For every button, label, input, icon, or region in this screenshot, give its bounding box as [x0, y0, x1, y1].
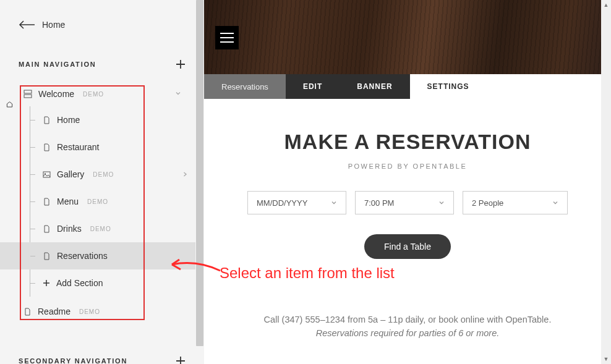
- tab-reservations[interactable]: Reservations: [204, 74, 286, 99]
- time-value: 7:00 PM: [364, 198, 394, 208]
- sidebar-item-label: Gallery: [57, 169, 84, 179]
- reservation-heading: MAKE A RESERVATION: [229, 130, 586, 154]
- sidebar-scroll-thumb[interactable]: [196, 0, 203, 346]
- annotation-text: Select an item from the list: [220, 265, 395, 282]
- page-icon: [43, 225, 51, 233]
- sidebar-item-readme[interactable]: Readme DEMO: [19, 297, 186, 324]
- demo-tag: DEMO: [90, 226, 111, 232]
- home-icon: [6, 99, 13, 110]
- secondary-nav-header: SECONDARY NAVIGATION: [19, 356, 186, 364]
- party-size-value: 2 People: [472, 198, 503, 208]
- sidebar-item-label: Menu: [57, 197, 79, 206]
- scroll-up-button[interactable]: ▲: [601, 0, 611, 10]
- page-icon: [24, 308, 32, 316]
- svg-rect-2: [43, 172, 50, 177]
- sidebar-item-label: Reservations: [57, 251, 108, 261]
- reservation-form-row: MM/DD/YYYY 7:00 PM 2 People: [229, 191, 586, 214]
- main-nav-list: Welcome DEMO Home Restaurant Gallery: [19, 82, 186, 324]
- sidebar-add-section[interactable]: Add Section: [30, 269, 186, 297]
- sidebar-item-label: Drinks: [57, 224, 82, 234]
- svg-rect-0: [24, 90, 32, 93]
- find-table-button[interactable]: Find a Table: [364, 234, 451, 259]
- sidebar-item-welcome[interactable]: Welcome DEMO: [19, 82, 186, 106]
- sidebar-item-restaurant[interactable]: Restaurant: [30, 133, 186, 161]
- sidebar-scrollbar[interactable]: [195, 0, 204, 364]
- demo-tag: DEMO: [83, 91, 104, 98]
- tab-settings[interactable]: SETTINGS: [410, 74, 487, 99]
- sidebar-item-drinks[interactable]: Drinks DEMO: [30, 215, 186, 242]
- back-home-row[interactable]: Home: [19, 20, 186, 30]
- chevron-down-icon: [438, 200, 445, 206]
- page-icon: [43, 116, 51, 124]
- preview-scrollbar[interactable]: ▲ ▼: [601, 0, 611, 364]
- sidebar-item-menu[interactable]: Menu DEMO: [30, 188, 186, 215]
- home-label: Home: [42, 20, 65, 30]
- preview-content: Reservations EDIT BANNER SETTINGS MAKE A…: [204, 0, 611, 364]
- layout-icon: [24, 90, 32, 98]
- arrow-left-icon: [19, 20, 35, 29]
- secondary-nav-title: SECONDARY NAVIGATION: [19, 357, 127, 364]
- page-icon: [43, 143, 51, 151]
- sidebar-item-label: Restaurant: [57, 142, 99, 152]
- sidebar-item-label: Welcome: [38, 89, 74, 99]
- main-nav-header: MAIN NAVIGATION: [19, 59, 186, 69]
- date-select[interactable]: MM/DD/YYYY: [247, 191, 346, 214]
- powered-by-text: POWERED BY OPENTABLE: [229, 163, 586, 170]
- chevron-down-icon: [174, 89, 182, 99]
- reservation-widget: MAKE A RESERVATION POWERED BY OPENTABLE …: [204, 99, 611, 338]
- sidebar-item-label: Home: [57, 115, 80, 125]
- annotation-arrow-icon: [166, 253, 221, 278]
- policy-text: Reservations required for parties of 6 o…: [229, 328, 586, 338]
- page-icon: [43, 198, 51, 206]
- welcome-children: Home Restaurant Gallery DEMO Menu DEMO: [30, 106, 186, 297]
- chevron-down-icon: [552, 200, 558, 206]
- add-secondary-nav-button[interactable]: [176, 356, 186, 364]
- tab-edit[interactable]: EDIT: [286, 74, 340, 99]
- hamburger-menu-button[interactable]: [215, 26, 239, 49]
- preview-pane: Reservations EDIT BANNER SETTINGS MAKE A…: [204, 0, 611, 364]
- banner-image: [204, 0, 611, 74]
- demo-tag: DEMO: [93, 171, 114, 178]
- scroll-down-button[interactable]: ▼: [601, 354, 611, 364]
- page-icon: [43, 252, 51, 260]
- main-nav-title: MAIN NAVIGATION: [19, 61, 96, 68]
- plus-icon: [43, 279, 50, 287]
- time-select[interactable]: 7:00 PM: [355, 191, 454, 214]
- preview-tabs: Reservations EDIT BANNER SETTINGS: [204, 74, 611, 99]
- sidebar-item-gallery[interactable]: Gallery DEMO: [30, 161, 186, 188]
- chevron-right-icon: [182, 169, 188, 179]
- sidebar-item-label: Add Section: [56, 278, 103, 288]
- demo-tag: DEMO: [79, 308, 100, 315]
- tab-banner[interactable]: BANNER: [340, 74, 409, 99]
- image-icon: [43, 171, 51, 179]
- sidebar-item-label: Readme: [38, 307, 70, 316]
- date-value: MM/DD/YYYY: [257, 198, 307, 208]
- svg-rect-1: [24, 95, 32, 98]
- call-info-text: Call (347) 555–1234 from 5a – 11p daily,…: [229, 315, 586, 324]
- sidebar: Home MAIN NAVIGATION Welcome DEMO: [0, 0, 204, 364]
- party-size-select[interactable]: 2 People: [463, 191, 568, 214]
- chevron-down-icon: [331, 200, 337, 206]
- add-main-nav-button[interactable]: [176, 59, 186, 69]
- sidebar-item-home[interactable]: Home: [30, 106, 186, 133]
- demo-tag: DEMO: [87, 198, 108, 205]
